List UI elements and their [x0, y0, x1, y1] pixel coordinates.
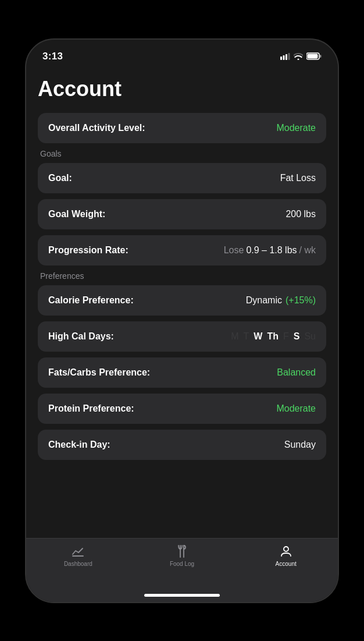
goal-row[interactable]: Goal: Fat Loss	[38, 163, 326, 193]
days-row: M T W Th F S Su	[231, 331, 316, 342]
svg-rect-1	[283, 55, 285, 60]
day-Th: Th	[267, 331, 279, 342]
tab-bar: Dashboard Food Log Account	[26, 538, 338, 589]
per-wk-text: / wk	[299, 245, 316, 256]
high-cal-days-row[interactable]: High Cal Days: M T W Th F S Su	[38, 321, 326, 352]
battery-icon	[306, 52, 322, 60]
goal-weight-value: 200 lbs	[286, 209, 316, 219]
dynamic-text: Dynamic	[246, 295, 282, 306]
fats-carbs-label: Fats/Carbs Preference:	[48, 367, 150, 378]
tab-dashboard-label: Dashboard	[64, 561, 92, 567]
status-bar: 3:13	[26, 40, 338, 65]
phone-frame: 3:13	[0, 0, 364, 641]
main-content: Account Overall Activity Level: Moderate…	[26, 65, 338, 538]
protein-preference-row[interactable]: Protein Preference: Moderate	[38, 394, 326, 424]
fats-carbs-value: Balanced	[277, 367, 316, 378]
fats-carbs-row[interactable]: Fats/Carbs Preference: Balanced	[38, 357, 326, 388]
tab-account-label: Account	[276, 561, 297, 567]
goals-section-label: Goals	[38, 149, 326, 158]
calorie-preference-row[interactable]: Calorie Preference: Dynamic (+15%)	[38, 285, 326, 316]
phone-screen: 3:13	[25, 38, 339, 603]
tab-dashboard[interactable]: Dashboard	[26, 544, 130, 567]
status-icons	[280, 52, 322, 60]
svg-point-11	[284, 547, 288, 551]
activity-level-label: Overall Activity Level:	[48, 123, 145, 133]
home-indicator	[26, 589, 338, 602]
goal-label: Goal:	[48, 173, 72, 183]
checkin-day-value: Sunday	[284, 440, 316, 450]
activity-level-value: Moderate	[276, 123, 316, 133]
day-M: M	[231, 331, 238, 342]
preferences-section-label: Preferences	[38, 271, 326, 281]
checkin-day-label: Check-in Day:	[48, 440, 110, 450]
tab-food-log[interactable]: Food Log	[130, 544, 234, 567]
calorie-preference-value: Dynamic (+15%)	[246, 295, 316, 306]
progression-rate-row[interactable]: Progression Rate: Lose 0.9 – 1.8 lbs / w…	[38, 235, 326, 265]
svg-rect-5	[308, 54, 318, 59]
svg-rect-3	[288, 53, 290, 60]
svg-rect-0	[280, 56, 282, 60]
checkin-day-row[interactable]: Check-in Day: Sunday	[38, 430, 326, 460]
tab-account[interactable]: Account	[234, 544, 338, 567]
activity-level-row[interactable]: Overall Activity Level: Moderate	[38, 113, 326, 143]
status-time: 3:13	[42, 51, 63, 62]
day-F: F	[283, 331, 289, 342]
home-bar	[144, 594, 220, 597]
lose-text: Lose	[224, 245, 244, 256]
day-W: W	[254, 331, 262, 342]
pct-text: (+15%)	[286, 295, 316, 306]
goal-weight-row[interactable]: Goal Weight: 200 lbs	[38, 199, 326, 229]
dashboard-icon	[71, 544, 85, 558]
high-cal-days-label: High Cal Days:	[48, 331, 114, 342]
day-S: S	[294, 331, 300, 342]
signal-icon	[280, 53, 290, 60]
calorie-preference-label: Calorie Preference:	[48, 295, 134, 306]
account-icon	[279, 544, 293, 558]
goal-weight-label: Goal Weight:	[48, 209, 105, 219]
svg-rect-6	[320, 55, 322, 58]
progression-rate-label: Progression Rate:	[48, 245, 129, 256]
tab-food-log-label: Food Log	[170, 561, 194, 567]
wifi-icon	[294, 53, 303, 60]
page-title: Account	[38, 77, 326, 101]
day-Su: Su	[304, 331, 316, 342]
protein-preference-value: Moderate	[276, 403, 316, 414]
food-log-icon	[175, 544, 189, 558]
progression-rate-value: Lose 0.9 – 1.8 lbs / wk	[224, 245, 316, 256]
day-T: T	[244, 331, 249, 342]
goal-value: Fat Loss	[280, 173, 316, 183]
svg-rect-2	[286, 54, 287, 60]
protein-preference-label: Protein Preference:	[48, 403, 134, 414]
range-text: 0.9 – 1.8 lbs	[246, 245, 297, 256]
